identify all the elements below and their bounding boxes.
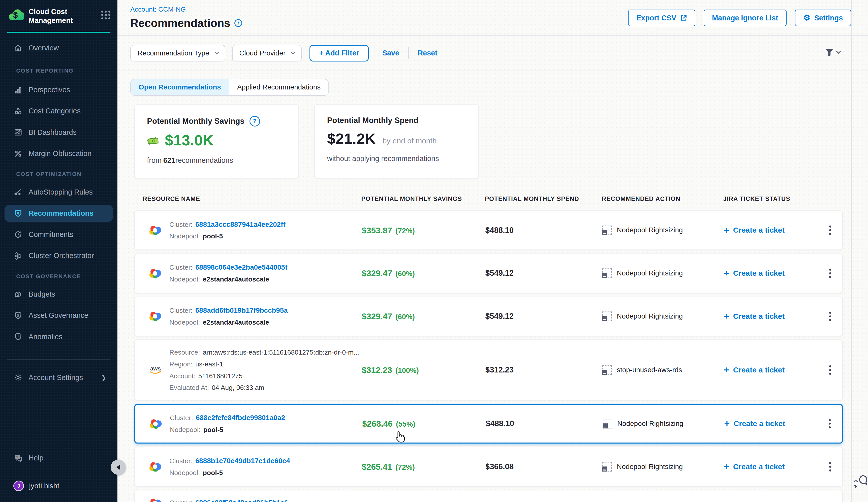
sidebar-item-label: Asset Governance — [29, 311, 88, 320]
user-menu[interactable]: J jyoti.bisht — [0, 477, 117, 495]
row-menu-button[interactable] — [827, 363, 834, 377]
export-csv-button[interactable]: Export CSV — [628, 10, 695, 27]
chevron-right-icon: ❯ — [101, 374, 106, 381]
spend-amount: $21.2K — [327, 130, 376, 147]
bar-chart-icon — [13, 85, 23, 95]
support-chat-icon[interactable] — [854, 474, 868, 490]
sidebar-item-autostopping-rules[interactable]: AutoStopping Rules — [4, 184, 113, 201]
sidebar-item-label: Margin Obfuscation — [29, 149, 92, 158]
piggy-bank-icon: $ — [13, 290, 23, 299]
sidebar-item-cluster-orchestrator[interactable]: Cluster Orchestrator — [4, 248, 113, 264]
table-row[interactable]: Cluster:688add6fb019b17f9bccb95a Nodepoo… — [134, 296, 843, 336]
gcp-icon — [149, 418, 163, 430]
filter-bar: Recommendation Type Cloud Provider + Add… — [117, 36, 868, 71]
table-row[interactable]: Cluster:6886e92f59a48cad86b5b1c6 $244.05… — [134, 490, 843, 502]
rightsizing-icon — [602, 312, 612, 321]
action-label: Nodepool Rightsizing — [617, 269, 683, 277]
sidebar-item-bi-dashboards[interactable]: BI Dashboards — [4, 124, 113, 141]
tab-open-recommendations[interactable]: Open Recommendations — [131, 80, 229, 95]
plus-icon: + — [724, 226, 729, 235]
row-menu-button[interactable] — [827, 460, 834, 473]
sidebar-item-label: Overview — [29, 44, 59, 52]
sidebar-collapse-button[interactable] — [111, 460, 126, 475]
settings-button[interactable]: ⚙ Settings — [795, 10, 851, 27]
sidebar-item-overview[interactable]: Overview — [4, 40, 113, 57]
cluster-link[interactable]: 6881a3ccc887941a4ee202ff — [195, 220, 286, 228]
recommendation-type-dropdown[interactable]: Recommendation Type — [130, 45, 225, 62]
brand-title: Cloud Cost Management — [29, 7, 101, 25]
card-title: Potential Monthly Spend — [327, 116, 418, 125]
create-ticket-link[interactable]: +Create a ticket — [724, 462, 785, 471]
aws-icon: aws — [148, 364, 163, 376]
tab-applied-recommendations[interactable]: Applied Recommendations — [229, 80, 328, 95]
plus-icon: + — [724, 462, 729, 471]
column-header: RESOURCE NAME — [143, 195, 200, 202]
sidebar-divider — [7, 359, 110, 359]
savings-value: $329.47 — [362, 312, 392, 321]
sidebar-item-help[interactable]: ? Help — [4, 450, 113, 467]
create-ticket-link[interactable]: +Create a ticket — [724, 365, 785, 375]
rightsizing-icon — [602, 365, 612, 375]
table-row[interactable]: Cluster:6888b1c70e49db17c1de60c4 Nodepoo… — [134, 447, 843, 487]
row-menu-button[interactable] — [827, 223, 834, 237]
savings-percent: (55%) — [396, 420, 415, 428]
spend-value: $488.10 — [485, 226, 514, 235]
cloud-provider-dropdown[interactable]: Cloud Provider — [232, 45, 302, 62]
action-label: Nodepool Rightsizing — [617, 226, 683, 234]
row-menu-button[interactable] — [827, 310, 834, 323]
sidebar-item-label: Anomalies — [29, 333, 62, 341]
spend-value: $549.12 — [485, 269, 514, 278]
sidebar-item-commitments[interactable]: Commitments — [4, 226, 113, 243]
table-row-selected[interactable]: Cluster:688c2fefc84fbdc99801a0a2 Nodepoo… — [134, 404, 843, 444]
create-ticket-link[interactable]: +Create a ticket — [724, 226, 785, 235]
save-filter-link[interactable]: Save — [382, 49, 399, 57]
cluster-link[interactable]: 688add6fb019b17f9bccb95a — [195, 306, 288, 314]
apps-grid-icon[interactable] — [101, 11, 111, 19]
breadcrumb-account[interactable]: Account: CCM-NG — [130, 6, 186, 13]
reset-filter-link[interactable]: Reset — [417, 49, 437, 57]
money-icon — [147, 135, 160, 145]
sidebar-item-recommendations[interactable]: Recommendations — [4, 205, 113, 222]
info-icon[interactable]: i — [234, 19, 242, 27]
action-label: stop-unused-aws-rds — [617, 366, 682, 374]
cluster-link[interactable]: 6888b1c70e49db17c1de60c4 — [195, 457, 290, 465]
plus-icon: + — [724, 312, 729, 321]
table-row[interactable]: Cluster:68898c064e3e2ba0e544005f Nodepoo… — [134, 253, 843, 293]
manage-ignore-list-button[interactable]: Manage Ignore List — [704, 10, 787, 27]
sidebar-item-cost-categories[interactable]: Cost Categories — [4, 103, 113, 120]
recommendations-tabs: Open Recommendations Applied Recommendat… — [130, 79, 329, 96]
content-edge-divider — [851, 0, 851, 502]
rightsizing-icon — [602, 269, 612, 278]
sidebar-item-anomalies[interactable]: Anomalies — [4, 328, 113, 345]
savings-value: $265.41 — [362, 462, 392, 471]
page-title: Recommendations — [130, 17, 230, 30]
sidebar-item-perspectives[interactable]: Perspectives — [4, 81, 113, 98]
sidebar-item-label: AutoStopping Rules — [29, 188, 93, 196]
create-ticket-link[interactable]: +Create a ticket — [724, 419, 785, 428]
sidebar-item-margin-obfuscation[interactable]: Margin Obfuscation — [4, 145, 113, 162]
brand: $ Cloud Cost Management — [0, 0, 117, 25]
sidebar-item-budgets[interactable]: $ Budgets — [4, 286, 113, 303]
user-name: jyoti.bisht — [29, 482, 59, 490]
chevron-down-icon — [291, 51, 296, 55]
table-row[interactable]: Cluster:6881a3ccc887941a4ee202ff Nodepoo… — [134, 210, 843, 250]
percent-icon — [13, 149, 23, 158]
sidebar: $ Cloud Cost Management Overview COST RE… — [0, 0, 117, 502]
savings-percent: (60%) — [395, 313, 415, 321]
add-filter-button[interactable]: + Add Filter — [310, 45, 369, 62]
table-row[interactable]: aws Resource:arn:aws:rds:us-east-1:51161… — [134, 339, 843, 400]
sidebar-item-asset-governance[interactable]: $ Asset Governance — [4, 307, 113, 324]
divider — [408, 47, 409, 59]
cluster-link[interactable]: 68898c064e3e2ba0e544005f — [195, 263, 287, 271]
create-ticket-link[interactable]: +Create a ticket — [724, 269, 785, 278]
svg-text:$: $ — [17, 313, 19, 317]
create-ticket-link[interactable]: +Create a ticket — [724, 312, 785, 321]
row-menu-button[interactable] — [826, 417, 833, 430]
sidebar-item-account-settings[interactable]: Account Settings ❯ — [4, 369, 113, 386]
cluster-link[interactable]: 6886e92f59a48cad86b5b1c6 — [195, 499, 288, 502]
spend-subtitle: without applying recommendations — [327, 155, 466, 163]
question-icon[interactable]: ? — [249, 116, 260, 126]
filter-funnel-icon[interactable] — [825, 48, 841, 56]
cluster-link[interactable]: 688c2fefc84fbdc99801a0a2 — [196, 414, 285, 422]
row-menu-button[interactable] — [827, 266, 834, 280]
